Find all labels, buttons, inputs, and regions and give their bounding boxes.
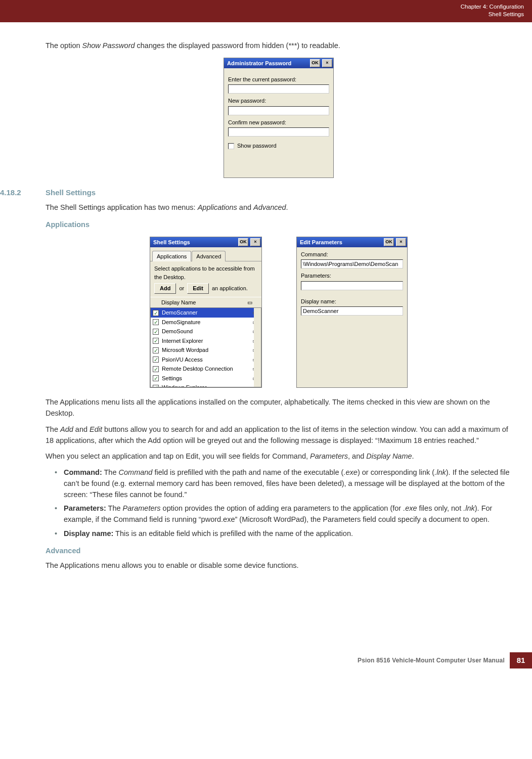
- label: Enter the current password:: [228, 75, 329, 84]
- text: , and: [348, 452, 366, 460]
- ok-button[interactable]: OK: [238, 238, 248, 246]
- text: Edit: [90, 425, 102, 433]
- paragraph: The Applications menu lists all the appl…: [46, 397, 512, 419]
- close-button[interactable]: ×: [250, 238, 260, 246]
- display-name-input[interactable]: [301, 306, 403, 316]
- column-header: Display Name: [161, 298, 247, 307]
- application-list[interactable]: ✓DemoScanner▭✓DemoSignature▭✓DemoSound▭✓…: [150, 308, 261, 387]
- list-item: Display name: This is an editable field …: [64, 528, 512, 540]
- label: New password:: [228, 97, 329, 105]
- new-password-input[interactable]: [228, 106, 329, 115]
- edit-button[interactable]: Edit: [187, 283, 209, 294]
- checkbox-icon[interactable]: ✓: [153, 347, 159, 353]
- text: Command:: [64, 468, 102, 476]
- section-number: 4.18.2: [0, 187, 46, 199]
- checkbox-icon[interactable]: ✓: [153, 319, 159, 325]
- text: .exe: [403, 504, 417, 512]
- item-label: DemoScanner: [162, 308, 248, 317]
- text: The option: [46, 41, 82, 50]
- dialog-title: Administrator Password: [227, 59, 291, 68]
- text: Applications: [198, 203, 237, 211]
- dialog-title: Edit Parameters: [300, 238, 342, 247]
- paragraph: The Applications menu allows you to enab…: [46, 560, 512, 571]
- admin-password-dialog: Administrator Password OK × Enter the cu…: [224, 58, 334, 178]
- list-item[interactable]: ✓Internet Explorer▭: [151, 336, 261, 346]
- edit-icon: ▭: [247, 298, 252, 307]
- paragraph: The Add and Edit buttons allow you to se…: [46, 424, 512, 447]
- text: Parameters:: [64, 504, 106, 512]
- page-number: 81: [510, 652, 532, 668]
- ok-button[interactable]: OK: [310, 59, 320, 67]
- text: When you select an application and tap o…: [46, 452, 310, 460]
- item-label: Microsoft Wordpad: [162, 346, 248, 354]
- scrollbar[interactable]: [254, 308, 261, 387]
- text: .lnk: [434, 468, 446, 476]
- page-content: The option Show Password changes the dis…: [0, 22, 532, 571]
- list-item[interactable]: ✓PsionVU Access▭: [151, 355, 261, 365]
- dialog-titlebar: Edit Parameters OK ×: [297, 237, 407, 247]
- list-item[interactable]: ✓DemoSignature▭: [151, 318, 261, 327]
- text: Command: [119, 468, 153, 476]
- text: .exe: [343, 468, 357, 476]
- page-header: Chapter 4: Configuration Shell Settings: [0, 0, 532, 22]
- list-item[interactable]: ✓DemoSound▭: [151, 327, 261, 336]
- checkbox-icon[interactable]: ✓: [153, 338, 159, 344]
- text: Parameters: [123, 504, 161, 512]
- item-label: PsionVU Access: [162, 355, 248, 364]
- item-label: Windows Explorer: [162, 383, 248, 387]
- label: Parameters:: [301, 272, 403, 280]
- list-item[interactable]: ✓Microsoft Wordpad▭: [151, 345, 261, 355]
- add-button[interactable]: Add: [154, 283, 176, 294]
- checkbox-icon[interactable]: ✓: [153, 375, 159, 381]
- subsection-title: Advanced: [46, 546, 512, 557]
- text: Display Name: [366, 452, 412, 460]
- text: field is prefilled with the path and nam…: [152, 468, 343, 476]
- label: Confirm new password:: [228, 118, 329, 127]
- subsection-title: Applications: [46, 219, 512, 231]
- section-title: Shell Settings: [46, 187, 96, 199]
- text: Add: [60, 425, 73, 433]
- header-section: Shell Settings: [461, 11, 524, 18]
- text: The: [102, 468, 119, 476]
- text: buttons allow you to search for and add …: [46, 425, 508, 444]
- close-button[interactable]: ×: [396, 238, 406, 246]
- page-footer: Psion 8516 Vehicle-Mount Computer User M…: [0, 652, 532, 668]
- checkbox-icon[interactable]: ✓: [153, 310, 159, 316]
- command-input[interactable]: [301, 259, 403, 269]
- tab-advanced[interactable]: Advanced: [192, 251, 226, 262]
- paragraph: The Shell Settings application has two m…: [46, 202, 512, 213]
- confirm-password-input[interactable]: [228, 127, 329, 137]
- text: .: [286, 203, 288, 211]
- checkbox-icon[interactable]: ✓: [153, 366, 159, 372]
- checkbox-icon[interactable]: ✓: [153, 356, 159, 363]
- show-password-checkbox[interactable]: [228, 143, 234, 149]
- text: This is an editable field which is prefi…: [113, 529, 353, 538]
- help-text: Select applications to be accessible fro…: [150, 261, 261, 282]
- parameters-input[interactable]: [301, 281, 403, 290]
- list-item[interactable]: ✓Windows Explorer▭: [151, 383, 261, 387]
- label: Command:: [301, 250, 403, 259]
- tab-applications[interactable]: Applications: [152, 251, 191, 262]
- text: files only, not: [417, 504, 464, 512]
- close-button[interactable]: ×: [322, 59, 332, 67]
- list-item[interactable]: ✓Remote Desktop Connection▭: [151, 364, 261, 374]
- show-password-label: Show password: [237, 142, 277, 150]
- current-password-input[interactable]: [228, 84, 329, 94]
- list-item: Command: The Command field is prefilled …: [64, 467, 512, 500]
- text: The Shell Settings application has two m…: [46, 203, 198, 211]
- item-label: Internet Explorer: [162, 337, 248, 345]
- ok-button[interactable]: OK: [384, 238, 394, 246]
- text: The: [46, 425, 60, 433]
- text: The: [106, 504, 123, 512]
- list-item[interactable]: ✓DemoScanner▭: [151, 308, 261, 318]
- checkbox-icon[interactable]: ✓: [153, 329, 159, 335]
- checkbox-icon[interactable]: ✓: [153, 385, 159, 388]
- list-item[interactable]: ✓Settings▭: [151, 374, 261, 383]
- text: or: [179, 284, 184, 293]
- shell-settings-dialog: Shell Settings OK × Applications Advance…: [150, 237, 262, 388]
- text: Show Password: [82, 41, 135, 50]
- item-label: Settings: [162, 374, 248, 383]
- text: changes the displayed password from hidd…: [135, 41, 340, 50]
- header-chapter: Chapter 4: Configuration: [461, 3, 524, 11]
- text: ) or corresponding link (: [358, 468, 434, 476]
